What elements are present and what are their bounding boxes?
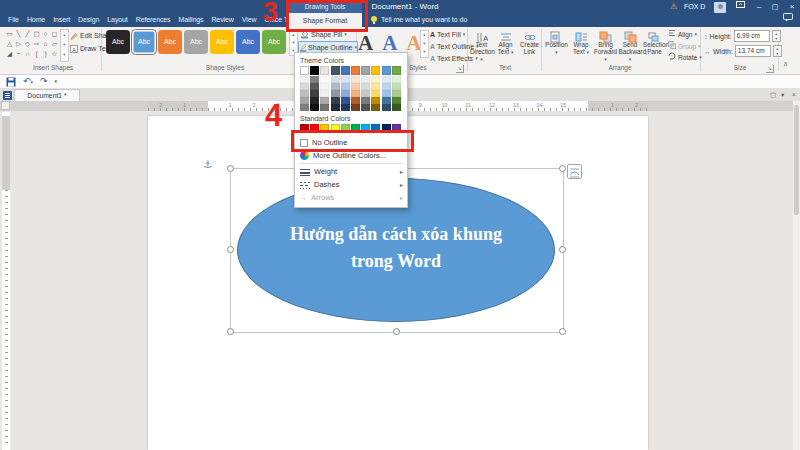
theme-variant-swatch[interactable] xyxy=(300,104,309,111)
vertical-ruler[interactable] xyxy=(2,112,10,450)
shape-gallery-item[interactable]: ╱ xyxy=(23,29,32,39)
menu-tab-layout[interactable]: Layout xyxy=(103,13,131,27)
shape-gallery-item[interactable]: ☆ xyxy=(50,49,59,59)
menu-tab-home[interactable]: Home xyxy=(23,13,49,27)
theme-variant-swatch[interactable] xyxy=(371,83,380,90)
theme-color-swatch[interactable] xyxy=(320,66,329,75)
menu-tab-review[interactable]: Review xyxy=(207,13,237,27)
button-bring-forward[interactable]: Bring Forward ▾ xyxy=(594,29,617,62)
shape-gallery-item[interactable]: ◢ xyxy=(5,49,14,59)
button-align-text[interactable]: Align Text ▾ xyxy=(494,29,517,62)
theme-variant-swatch[interactable] xyxy=(300,90,309,97)
theme-variant-swatch[interactable] xyxy=(310,104,319,111)
customize-qat-button[interactable]: ▾ xyxy=(55,75,58,88)
theme-variant-swatch[interactable] xyxy=(361,90,370,97)
shape-gallery-item[interactable]: ) xyxy=(41,49,50,59)
menu-tab-mailings[interactable]: Mailings xyxy=(175,13,208,27)
shape-gallery-item[interactable]: ▭ xyxy=(5,29,14,39)
height-spinner[interactable]: ▴▾ xyxy=(772,30,781,42)
theme-variant-swatch[interactable] xyxy=(382,104,391,111)
undo-button[interactable]: ↶▾ xyxy=(23,75,33,89)
button-wrap-text[interactable]: Wrap Text ▾ xyxy=(570,29,593,62)
theme-variant-swatch[interactable] xyxy=(331,83,340,90)
theme-variant-swatch[interactable] xyxy=(351,90,360,97)
shape-gallery-item[interactable]: ▱ xyxy=(50,39,59,49)
shape-gallery-item[interactable]: ⌂ xyxy=(41,39,50,49)
shape-style-thumb-selected[interactable]: Abc xyxy=(132,30,156,54)
document-tab[interactable]: Document1 * xyxy=(14,89,80,101)
menu-tab-insert[interactable]: Insert xyxy=(49,13,74,27)
selection-handle[interactable] xyxy=(393,328,400,335)
shape-style-thumb[interactable]: Abc xyxy=(184,30,208,54)
theme-color-swatch[interactable] xyxy=(300,66,309,75)
shape-style-thumb[interactable]: Abc xyxy=(158,30,182,54)
theme-variant-swatch[interactable] xyxy=(382,97,391,104)
shape-width-input[interactable]: 13.74 cm xyxy=(735,45,771,57)
shape-style-thumb[interactable]: Abc xyxy=(236,30,260,54)
shape-gallery-item[interactable]: ⇨ xyxy=(32,39,41,49)
shape-gallery-item[interactable]: ◇ xyxy=(23,39,32,49)
theme-variant-swatch[interactable] xyxy=(351,76,360,83)
tab-selector-box[interactable] xyxy=(1,101,10,110)
text-fill-button[interactable]: A Text Fill▾ xyxy=(430,29,466,40)
shape-gallery-item[interactable]: △ xyxy=(5,39,14,49)
share-comment-icon[interactable] xyxy=(783,13,793,26)
button-position[interactable]: Position ▾ xyxy=(545,29,568,62)
menu-tab-file[interactable]: File xyxy=(4,13,23,27)
tab-options-icon[interactable]: ▾ xyxy=(781,89,784,101)
avatar[interactable] xyxy=(714,2,726,13)
theme-variant-swatch[interactable] xyxy=(371,97,380,104)
theme-variant-swatch[interactable] xyxy=(382,90,391,97)
menu-tab-design[interactable]: Design xyxy=(74,13,103,27)
selection-handle[interactable] xyxy=(559,246,566,253)
tab-close-icon[interactable]: × xyxy=(792,89,796,101)
theme-variant-swatch[interactable] xyxy=(392,90,401,97)
button-send-backward[interactable]: Send Backward ▾ xyxy=(619,29,642,62)
menu-item-weight[interactable]: Weight ▸ xyxy=(295,165,407,178)
theme-variant-swatch[interactable] xyxy=(331,104,340,111)
theme-variant-swatch[interactable] xyxy=(382,83,391,90)
theme-variant-swatch[interactable] xyxy=(300,83,309,90)
shape-height-input[interactable]: 6.99 cm xyxy=(734,30,770,42)
shape-gallery-item[interactable]: ∩ xyxy=(23,49,32,59)
vertical-scrollbar[interactable] xyxy=(793,101,800,450)
button-create-link[interactable]: Create Link xyxy=(518,29,541,62)
text-outline-button[interactable]: A Text Outline▾ xyxy=(430,41,466,52)
theme-color-swatch[interactable] xyxy=(351,66,360,75)
save-icon[interactable] xyxy=(6,77,16,87)
theme-variant-swatch[interactable] xyxy=(351,83,360,90)
selection-handle[interactable] xyxy=(559,328,566,335)
selection-handle[interactable] xyxy=(227,328,234,335)
menu-tab-view[interactable]: View xyxy=(238,13,261,27)
theme-variant-swatch[interactable] xyxy=(331,97,340,104)
shape-style-thumb[interactable]: Abc xyxy=(210,30,234,54)
theme-variant-swatch[interactable] xyxy=(320,90,329,97)
theme-color-swatch[interactable] xyxy=(331,66,340,75)
theme-variant-swatch[interactable] xyxy=(371,76,380,83)
theme-variant-swatch[interactable] xyxy=(300,97,309,104)
theme-variant-swatch[interactable] xyxy=(341,83,350,90)
shape-gallery-item[interactable]: ○ xyxy=(41,29,50,39)
menu-item-arrows[interactable]: → Arrows ▸ xyxy=(295,191,407,204)
button-text-direction[interactable]: AText Direction ▾ xyxy=(470,29,493,62)
button-group[interactable]: Group▾ xyxy=(668,41,699,52)
ribbon-display-options-icon[interactable] xyxy=(736,0,745,13)
theme-variant-swatch[interactable] xyxy=(392,83,401,90)
theme-variant-swatch[interactable] xyxy=(320,97,329,104)
selection-handle[interactable] xyxy=(559,165,566,172)
shape-gallery-item[interactable]: ( xyxy=(32,49,41,59)
menu-tab-references[interactable]: References xyxy=(132,13,175,27)
theme-variant-swatch[interactable] xyxy=(300,76,309,83)
theme-variant-swatch[interactable] xyxy=(320,76,329,83)
tab-window-icon[interactable]: ▢ xyxy=(770,89,776,101)
theme-variant-swatch[interactable] xyxy=(392,104,401,111)
menu-item-dashes[interactable]: Dashes ▸ xyxy=(295,178,407,191)
button-selection-pane[interactable]: Selection Pane xyxy=(643,29,666,62)
theme-variant-swatch[interactable] xyxy=(320,104,329,111)
shape-gallery-item[interactable]: ╲ xyxy=(14,29,23,39)
theme-color-swatch[interactable] xyxy=(341,66,350,75)
theme-variant-swatch[interactable] xyxy=(392,97,401,104)
shape-gallery-item[interactable]: ~ xyxy=(14,49,23,59)
text-effects-button[interactable]: A Text Effects▾ xyxy=(430,53,466,64)
button-align[interactable]: Align▾ xyxy=(668,29,699,40)
